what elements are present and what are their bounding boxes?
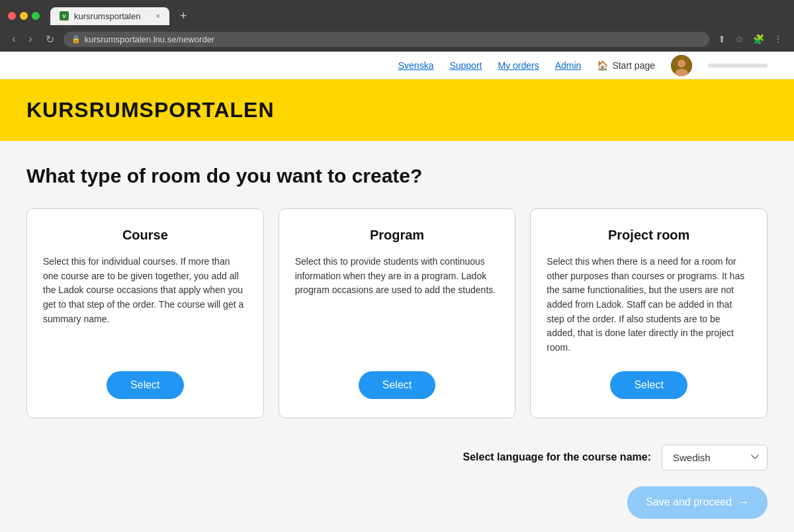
forward-button[interactable]: › bbox=[24, 30, 36, 48]
browser-toolbar: ‹ › ↻ 🔒 kursrumsportalen.lnu.se/neworder… bbox=[0, 26, 794, 52]
admin-link[interactable]: Admin bbox=[555, 60, 582, 71]
save-proceed-label: Save and proceed bbox=[646, 496, 732, 508]
browser-tab[interactable]: V kursrumsportalen × bbox=[50, 7, 169, 25]
program-card-description: Select this to provide students with con… bbox=[295, 255, 500, 355]
start-page-link[interactable]: 🏠 Start page bbox=[597, 60, 655, 71]
new-tab-button[interactable]: + bbox=[175, 9, 193, 23]
course-card-description: Select this for individual courses. If m… bbox=[43, 255, 247, 355]
course-card-title: Course bbox=[122, 228, 168, 243]
browser-titlebar: V kursrumsportalen × + bbox=[0, 0, 794, 26]
room-type-cards: Course Select this for individual course… bbox=[26, 208, 768, 418]
program-select-button[interactable]: Select bbox=[359, 371, 435, 399]
window-controls bbox=[8, 12, 40, 20]
my-orders-link[interactable]: My orders bbox=[498, 60, 539, 71]
site-topnav: Svenska Support My orders Admin 🏠 Start … bbox=[0, 52, 794, 79]
address-bar[interactable]: 🔒 kursrumsportalen.lnu.se/neworder bbox=[64, 32, 709, 47]
tab-title: kursrumsportalen bbox=[74, 11, 140, 21]
arrow-icon: → bbox=[737, 496, 749, 510]
course-card: Course Select this for individual course… bbox=[26, 208, 264, 418]
language-selector-row: Select language for the course name: Swe… bbox=[26, 445, 768, 470]
language-label: Select language for the course name: bbox=[463, 451, 651, 463]
share-icon[interactable]: ⬆ bbox=[715, 31, 729, 47]
tab-favicon: V bbox=[60, 11, 69, 21]
url-text: kursrumsportalen.lnu.se/neworder bbox=[85, 34, 215, 44]
course-select-button[interactable]: Select bbox=[107, 371, 183, 399]
project-room-card-title: Project room bbox=[608, 228, 689, 243]
extension-icon[interactable]: 🧩 bbox=[750, 31, 768, 47]
svg-point-3 bbox=[678, 60, 685, 67]
user-name bbox=[708, 64, 768, 67]
site-title: KURSRUMSPORTALEN bbox=[26, 98, 768, 122]
save-row: Save and proceed → bbox=[26, 486, 768, 519]
project-room-card-description: Select this when there is a need for a r… bbox=[547, 255, 751, 355]
support-link[interactable]: Support bbox=[449, 60, 482, 71]
program-card: Program Select this to provide students … bbox=[279, 208, 516, 418]
tab-close-button[interactable]: × bbox=[156, 12, 160, 20]
maximize-window-button[interactable] bbox=[32, 12, 40, 20]
avatar[interactable] bbox=[671, 55, 692, 76]
home-icon: 🏠 bbox=[597, 60, 608, 71]
program-card-title: Program bbox=[370, 228, 424, 243]
project-room-card: Project room Select this when there is a… bbox=[530, 208, 768, 418]
svenska-link[interactable]: Svenska bbox=[398, 60, 434, 71]
browser-chrome: V kursrumsportalen × + ‹ › ↻ 🔒 kursrumsp… bbox=[0, 0, 794, 52]
minimize-window-button[interactable] bbox=[20, 12, 28, 20]
language-select[interactable]: Swedish English bbox=[662, 445, 768, 470]
close-window-button[interactable] bbox=[8, 12, 16, 20]
lock-icon: 🔒 bbox=[71, 35, 81, 44]
main-content: What type of room do you want to create?… bbox=[0, 141, 794, 532]
site-header: KURSRUMSPORTALEN bbox=[0, 79, 794, 141]
page-title: What type of room do you want to create? bbox=[26, 165, 768, 187]
back-button[interactable]: ‹ bbox=[8, 30, 19, 48]
save-proceed-button[interactable]: Save and proceed → bbox=[627, 486, 768, 519]
svg-text:V: V bbox=[62, 13, 66, 19]
refresh-button[interactable]: ↻ bbox=[42, 30, 58, 48]
browser-toolbar-right: ⬆ ☆ 🧩 ⋮ bbox=[715, 31, 786, 47]
menu-icon[interactable]: ⋮ bbox=[770, 31, 786, 47]
bookmark-icon[interactable]: ☆ bbox=[732, 31, 747, 47]
project-room-select-button[interactable]: Select bbox=[610, 371, 687, 399]
